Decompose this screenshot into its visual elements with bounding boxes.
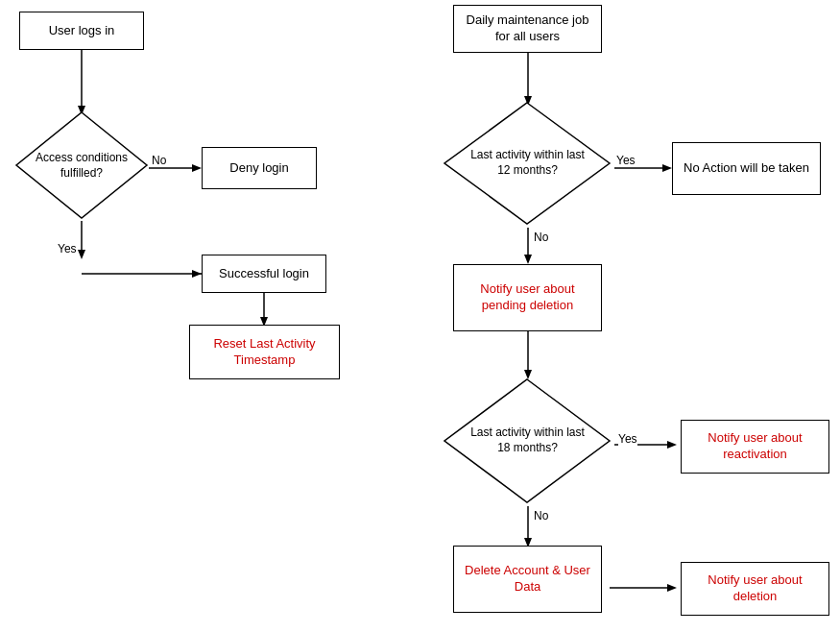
svg-marker-21 (667, 584, 677, 592)
successful-login-box: Successful login (202, 255, 326, 293)
last-activity-12-diamond: Last activity within last 12 months? (444, 101, 612, 226)
last-activity-18-diamond: Last activity within last 18 months? (444, 377, 612, 504)
notify-pending-box: Notify user about pending deletion (453, 264, 602, 331)
svg-marker-5 (78, 250, 85, 259)
no-action-box: No Action will be taken (672, 142, 821, 195)
access-conditions-diamond: Access conditions fulfilled? (14, 110, 149, 221)
notify-deletion-box: Notify user about deletion (681, 562, 829, 616)
reset-timestamp-box: Reset Last Activity Timestamp (189, 325, 340, 379)
daily-maintenance-box: Daily maintenance job for all users (453, 5, 602, 53)
svg-marker-17 (667, 441, 677, 449)
connectors-svg (0, 0, 840, 632)
yes-label-left: Yes (58, 242, 77, 255)
svg-marker-13 (524, 255, 532, 264)
yes-label-right2: Yes (618, 432, 637, 446)
deny-login-box: Deny login (202, 147, 317, 189)
no-label-right1: No (534, 231, 548, 244)
no-label-right2: No (534, 509, 548, 523)
flowchart-diagram: User logs in Access conditions fulfilled… (0, 0, 840, 632)
no-label-left: No (152, 154, 166, 167)
yes-label-right1: Yes (616, 154, 636, 167)
user-logs-in-box: User logs in (19, 12, 144, 50)
svg-marker-3 (192, 164, 202, 172)
svg-marker-11 (662, 164, 672, 172)
delete-account-box: Delete Account & User Data (453, 546, 602, 613)
notify-reactivation-box: Notify user about reactivation (681, 420, 829, 474)
svg-marker-24 (192, 270, 202, 278)
